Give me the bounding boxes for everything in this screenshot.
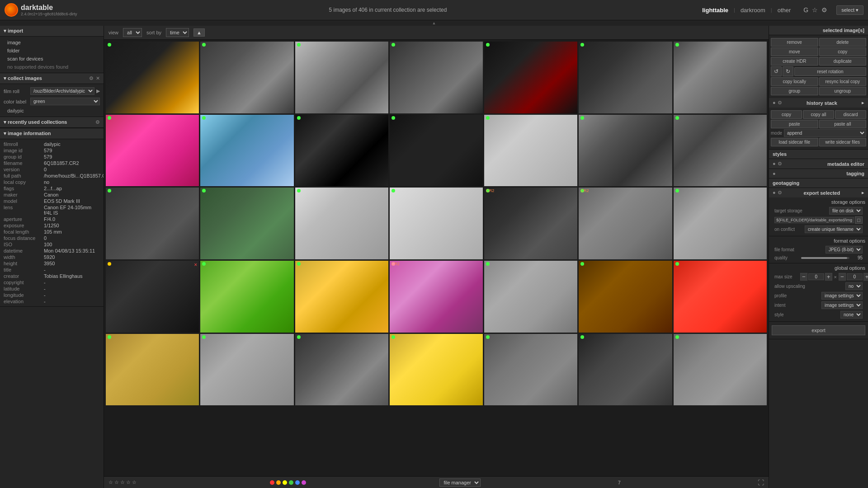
photo-cell-26[interactable] (484, 261, 577, 333)
recently-used-settings-icon[interactable]: ⚙ (95, 119, 100, 125)
star-1[interactable]: ☆ (108, 479, 113, 485)
photo-cell-16[interactable] (200, 188, 293, 259)
image-info-header[interactable]: ▾ image information (0, 128, 104, 139)
color-yellow[interactable] (283, 480, 287, 485)
photo-cell-20[interactable]: CR2 (579, 188, 672, 259)
metadata-settings-icon[interactable]: ⚙ (778, 161, 782, 167)
load-sidecar-button[interactable]: load sidecar file (771, 138, 818, 146)
create-hdr-button[interactable]: create HDR (771, 57, 818, 66)
photo-cell-33[interactable] (484, 334, 577, 406)
max-size-input2[interactable] (847, 273, 863, 280)
star-3[interactable]: ☆ (120, 479, 125, 485)
path-input[interactable] (774, 217, 854, 223)
collect-settings-icon[interactable]: ⚙ (89, 75, 94, 81)
ungroup-button[interactable]: ungroup (819, 87, 867, 95)
target-storage-select[interactable]: file on disk (829, 207, 863, 215)
path-browse-button[interactable]: □ (855, 216, 863, 224)
max-size-minus2[interactable]: − (839, 273, 846, 281)
export-settings-icon[interactable]: ⚙ (778, 190, 782, 196)
export-button[interactable]: export (772, 325, 865, 335)
colorlabel-select[interactable]: green (30, 98, 100, 105)
photo-cell-1[interactable] (106, 42, 199, 113)
select-button[interactable]: select ▾ (836, 5, 863, 15)
filmroll-nav-icon[interactable]: ▶ (96, 88, 100, 94)
export-header[interactable]: ● ⚙ export selected ▸ (769, 188, 868, 197)
max-size-plus1[interactable]: + (825, 273, 832, 281)
delete-button[interactable]: delete (819, 38, 867, 47)
geotagging-header[interactable]: geotagging (769, 178, 868, 188)
duplicate-button[interactable]: duplicate (819, 57, 867, 66)
photo-cell-5[interactable] (484, 42, 577, 113)
write-sidecar-button[interactable]: write sidecar files (819, 138, 867, 146)
history-stack-header[interactable]: ● ⚙ history stack ▸ (769, 98, 868, 108)
history-paste-button[interactable]: paste (771, 120, 818, 128)
photo-cell-31[interactable] (295, 334, 388, 406)
photo-cell-29[interactable] (106, 334, 199, 406)
rotate-ccw-button[interactable]: ↺ (771, 66, 782, 76)
export-expand-icon[interactable]: ▸ (862, 190, 864, 196)
color-red[interactable] (270, 480, 274, 485)
photo-cell-12[interactable] (484, 115, 577, 187)
max-size-minus1[interactable]: − (800, 273, 807, 281)
history-copy-button[interactable]: copy (771, 110, 802, 119)
tagging-header[interactable]: ● tagging (769, 169, 868, 178)
collect-close-icon[interactable]: ✕ (96, 75, 100, 81)
copy-locally-button[interactable]: copy locally (771, 77, 818, 86)
photo-cell-28[interactable] (674, 261, 767, 333)
color-orange[interactable] (276, 480, 281, 485)
remove-button[interactable]: remove (771, 38, 818, 47)
photo-cell-24[interactable] (295, 261, 388, 333)
import-folder[interactable]: folder (0, 47, 104, 55)
photo-cell-22[interactable]: × (106, 261, 199, 333)
recently-used-header[interactable]: ▾ recently used collections ⚙ (0, 117, 104, 128)
photo-cell-21[interactable] (674, 188, 767, 259)
rotate-cw-button[interactable]: ↻ (783, 66, 793, 76)
move-button[interactable]: move (771, 47, 818, 56)
photo-cell-34[interactable] (579, 334, 672, 406)
quality-slider-track[interactable] (801, 257, 849, 259)
color-green[interactable] (289, 480, 293, 485)
settings-icon[interactable]: ⚙ (821, 6, 827, 14)
styles-header[interactable]: styles (769, 150, 868, 159)
history-settings-icon[interactable]: ⚙ (778, 100, 782, 106)
zoom-icon[interactable]: ⛶ (758, 479, 764, 486)
photo-cell-25[interactable]: CR2 (390, 261, 483, 333)
copy-button[interactable]: copy (819, 47, 867, 56)
sort-direction-button[interactable]: ▲ (193, 28, 205, 37)
photo-cell-23[interactable] (200, 261, 293, 333)
mode-select[interactable]: append (784, 129, 866, 137)
max-size-input1[interactable] (808, 273, 824, 280)
photo-cell-8[interactable] (106, 115, 199, 187)
history-expand-icon[interactable]: ▸ (862, 100, 864, 106)
resync-button[interactable]: resync local copy (819, 77, 867, 86)
group-button[interactable]: group (771, 87, 818, 95)
import-scan-devices[interactable]: scan for devices (0, 55, 104, 63)
allow-upscaling-select[interactable]: no (845, 282, 863, 290)
sort-select[interactable]: time (166, 28, 189, 37)
on-conflict-select[interactable]: create unique filename (805, 225, 863, 233)
photo-cell-17[interactable] (295, 188, 388, 259)
photo-cell-10[interactable] (295, 115, 388, 187)
profile-select[interactable]: image settings (821, 292, 863, 300)
view-select[interactable]: all (123, 28, 142, 37)
photo-cell-18[interactable] (390, 188, 483, 259)
star-5[interactable]: ☆ (132, 479, 137, 485)
metadata-header[interactable]: ● ⚙ metadata editor (769, 159, 868, 169)
photo-cell-13[interactable] (579, 115, 672, 187)
filmroll-select[interactable]: /ouz/Bilder/Archiv/dailypic (30, 87, 94, 95)
color-purple[interactable] (302, 480, 306, 485)
google-icon[interactable]: G (803, 6, 808, 14)
tab-darkroom[interactable]: darkroom (737, 5, 769, 15)
photo-cell-9[interactable] (200, 115, 293, 187)
tab-other[interactable]: other (774, 5, 795, 15)
color-blue[interactable] (295, 480, 300, 485)
intent-select[interactable]: image settings (821, 301, 863, 309)
photo-cell-27[interactable] (579, 261, 672, 333)
photo-cell-19[interactable]: CR2 (484, 188, 577, 259)
photo-cell-3[interactable] (295, 42, 388, 113)
photo-cell-11[interactable] (390, 115, 483, 187)
photo-cell-2[interactable] (200, 42, 293, 113)
history-paste-all-button[interactable]: paste all (819, 120, 867, 128)
star-4[interactable]: ☆ (126, 479, 131, 485)
star-icon[interactable]: ☆ (812, 6, 818, 14)
